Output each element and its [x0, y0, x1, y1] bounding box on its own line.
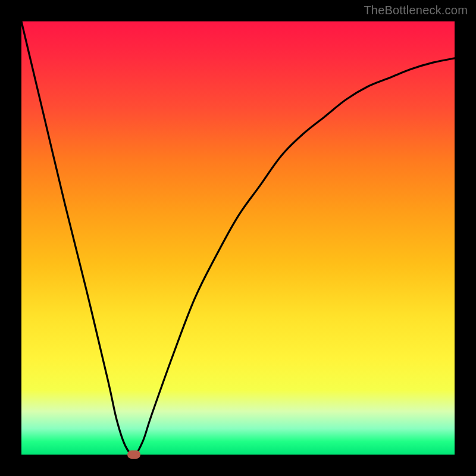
plot-area — [21, 21, 455, 455]
bottleneck-curve — [21, 21, 455, 455]
min-marker — [127, 450, 140, 459]
chart-frame: TheBottleneck.com — [0, 0, 476, 476]
attribution-text: TheBottleneck.com — [364, 4, 468, 17]
